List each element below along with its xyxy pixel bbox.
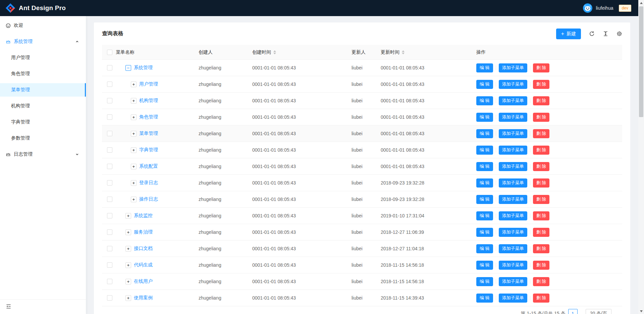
edit-button[interactable]: 编 辑 (476, 228, 493, 237)
menu-name-link[interactable]: 系统监控 (134, 213, 153, 219)
edit-button[interactable]: 编 辑 (476, 162, 493, 171)
column-header-updated[interactable]: 更新时间 (381, 49, 476, 55)
sidebar-item-8[interactable]: 日志管理 (0, 148, 86, 161)
add-submenu-button[interactable]: 添加子菜单 (499, 277, 527, 286)
add-submenu-button[interactable]: 添加子菜单 (499, 80, 527, 89)
edit-button[interactable]: 编 辑 (476, 178, 493, 188)
add-submenu-button[interactable]: 添加子菜单 (499, 146, 527, 155)
username[interactable]: liufeihua (596, 5, 613, 11)
new-button[interactable]: + 新建 (556, 29, 581, 39)
delete-button[interactable]: 删 除 (533, 96, 550, 105)
expand-row-icon[interactable]: + (131, 114, 137, 120)
menu-name-link[interactable]: 操作日志 (139, 196, 158, 202)
row-checkbox[interactable] (107, 246, 112, 251)
sidebar-item-1[interactable]: 系统管理 (0, 35, 86, 48)
menu-name-link[interactable]: 使用案例 (134, 295, 153, 301)
add-submenu-button[interactable]: 添加子菜单 (499, 211, 527, 220)
scroll-up-icon[interactable] (638, 0, 644, 6)
row-checkbox[interactable] (107, 131, 112, 136)
row-checkbox[interactable] (107, 213, 112, 218)
sidebar-item-0[interactable]: 欢迎 (0, 19, 86, 32)
sidebar-item-3[interactable]: 角色管理 (0, 67, 86, 81)
expand-row-icon[interactable]: + (125, 213, 131, 219)
sidebar-item-2[interactable]: 用户管理 (0, 51, 86, 64)
delete-button[interactable]: 删 除 (533, 195, 550, 204)
sidebar-item-4[interactable]: 菜单管理 (0, 83, 86, 97)
row-checkbox[interactable] (107, 65, 112, 70)
sort-icons[interactable] (402, 50, 405, 54)
add-submenu-button[interactable]: 添加子菜单 (499, 113, 527, 122)
menu-name-link[interactable]: 代码生成 (134, 262, 153, 268)
expand-row-icon[interactable]: + (125, 262, 131, 268)
delete-button[interactable]: 删 除 (533, 113, 550, 122)
delete-button[interactable]: 删 除 (533, 261, 550, 270)
row-checkbox[interactable] (107, 295, 112, 301)
expand-row-icon[interactable]: + (131, 197, 137, 202)
menu-name-link[interactable]: 角色管理 (139, 114, 158, 120)
edit-button[interactable]: 编 辑 (476, 146, 493, 155)
add-submenu-button[interactable]: 添加子菜单 (499, 178, 527, 188)
avatar[interactable] (583, 3, 592, 13)
delete-button[interactable]: 删 除 (533, 162, 550, 171)
add-submenu-button[interactable]: 添加子菜单 (499, 261, 527, 270)
expand-row-icon[interactable]: + (125, 295, 131, 301)
add-submenu-button[interactable]: 添加子菜单 (499, 96, 527, 105)
user-menu[interactable]: liufeihua dev (583, 3, 631, 13)
add-submenu-button[interactable]: 添加子菜单 (499, 294, 527, 303)
edit-button[interactable]: 编 辑 (476, 96, 493, 105)
row-checkbox[interactable] (107, 147, 112, 153)
expand-row-icon[interactable]: + (125, 246, 131, 252)
add-submenu-button[interactable]: 添加子菜单 (499, 129, 527, 138)
expand-row-icon[interactable]: + (131, 180, 137, 186)
scrollbar[interactable] (638, 0, 644, 314)
menu-name-link[interactable]: 系统管理 (134, 65, 153, 71)
menu-name-link[interactable]: 机构管理 (139, 98, 158, 104)
expand-row-icon[interactable]: + (125, 229, 131, 235)
menu-name-link[interactable]: 在线用户 (134, 278, 153, 284)
page-1-button[interactable]: 1 (568, 309, 578, 314)
edit-button[interactable]: 编 辑 (476, 261, 493, 270)
expand-row-icon[interactable]: + (125, 279, 131, 284)
reload-icon[interactable] (589, 31, 595, 37)
menu-name-link[interactable]: 系统配置 (139, 163, 158, 169)
menu-name-link[interactable]: 服务治理 (134, 229, 153, 235)
scrollbar-thumb[interactable] (639, 6, 643, 117)
expand-row-icon[interactable]: + (131, 131, 137, 137)
column-header-created[interactable]: 创建时间 (252, 49, 352, 55)
menu-name-link[interactable]: 接口文档 (134, 246, 153, 252)
row-checkbox[interactable] (107, 229, 112, 235)
expand-row-icon[interactable]: + (131, 164, 137, 169)
delete-button[interactable]: 删 除 (533, 244, 550, 253)
row-checkbox[interactable] (107, 197, 112, 202)
sidebar-item-6[interactable]: 字典管理 (0, 115, 86, 129)
delete-button[interactable]: 删 除 (533, 294, 550, 303)
row-checkbox[interactable] (107, 180, 112, 186)
edit-button[interactable]: 编 辑 (476, 277, 493, 286)
edit-button[interactable]: 编 辑 (476, 244, 493, 253)
menu-name-link[interactable]: 登录日志 (139, 180, 158, 186)
add-submenu-button[interactable]: 添加子菜单 (499, 162, 527, 171)
edit-button[interactable]: 编 辑 (476, 129, 493, 138)
row-checkbox[interactable] (107, 82, 112, 87)
edit-button[interactable]: 编 辑 (476, 195, 493, 204)
menu-name-link[interactable]: 字典管理 (139, 147, 158, 153)
delete-button[interactable]: 删 除 (533, 178, 550, 188)
menu-fold-icon[interactable] (6, 304, 12, 310)
expand-row-icon[interactable]: + (131, 147, 137, 153)
add-submenu-button[interactable]: 添加子菜单 (499, 63, 527, 72)
row-checkbox[interactable] (107, 262, 112, 268)
edit-button[interactable]: 编 辑 (476, 63, 493, 72)
edit-button[interactable]: 编 辑 (476, 113, 493, 122)
row-checkbox[interactable] (107, 98, 112, 103)
collapse-row-icon[interactable]: − (125, 65, 131, 71)
expand-row-icon[interactable]: + (131, 82, 137, 87)
row-checkbox[interactable] (107, 114, 112, 120)
edit-button[interactable]: 编 辑 (476, 294, 493, 303)
row-checkbox[interactable] (107, 279, 112, 284)
menu-name-link[interactable]: 菜单管理 (139, 130, 158, 137)
delete-button[interactable]: 删 除 (533, 80, 550, 89)
edit-button[interactable]: 编 辑 (476, 80, 493, 89)
delete-button[interactable]: 删 除 (533, 129, 550, 138)
menu-name-link[interactable]: 用户管理 (139, 81, 158, 87)
sidebar-item-7[interactable]: 参数管理 (0, 132, 86, 145)
